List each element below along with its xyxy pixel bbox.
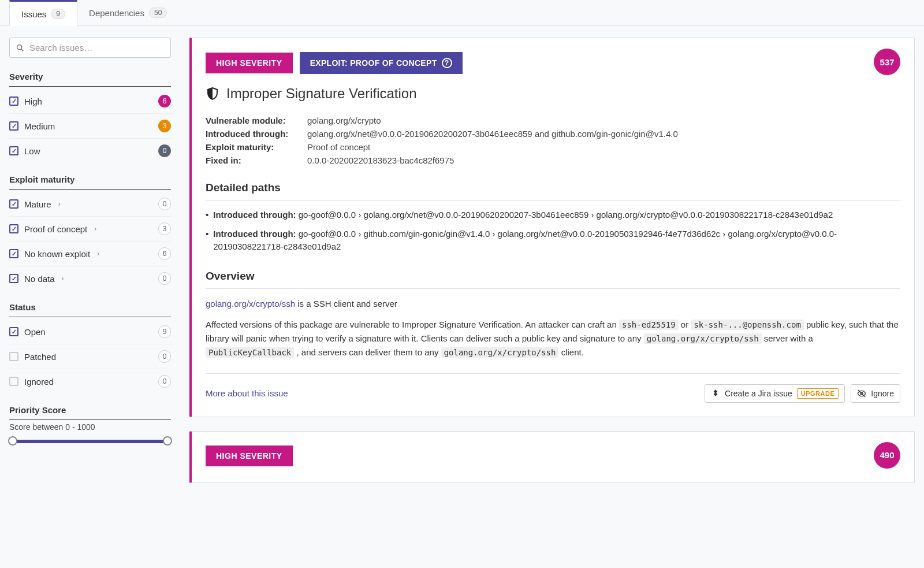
chevron-right-icon: › (94, 225, 96, 233)
eye-off-icon (857, 389, 866, 398)
chevron-right-icon: › (62, 274, 64, 283)
filter-open[interactable]: Open 9 (9, 320, 171, 344)
count-badge: 0 (158, 198, 171, 210)
tabs-bar: Issues 9 Dependencies 50 (0, 0, 924, 26)
severity-pill: HIGH SEVERITY (206, 446, 293, 466)
filter-heading: Status (9, 302, 171, 317)
card-header: HIGH SEVERITY 490 (206, 446, 900, 466)
checkbox[interactable] (9, 146, 18, 155)
filter-label: Proof of concept (24, 224, 87, 234)
checkbox[interactable] (9, 249, 18, 258)
meta-fixed-in: Fixed in: 0.0.0-20200220183623-bac4c82f6… (206, 155, 900, 165)
code-snippet: golang.org/x/crypto/ssh (441, 347, 559, 358)
checkbox[interactable] (9, 327, 18, 336)
main-content: HIGH SEVERITY EXPLOIT: PROOF OF CONCEPT … (189, 38, 915, 497)
filter-no-known-exploit[interactable]: No known exploit › 6 (9, 242, 171, 266)
checkbox[interactable] (9, 199, 18, 209)
filter-label: Patched (24, 352, 56, 362)
checkbox[interactable] (9, 377, 18, 386)
slider-thumb-min[interactable] (8, 436, 17, 446)
code-snippet: ssh-ed25519 (619, 320, 679, 330)
filter-mature[interactable]: Mature › 0 (9, 192, 171, 217)
filter-label: Mature (24, 199, 51, 209)
filter-exploit-maturity: Exploit maturity Mature › 0 Proof of con… (9, 175, 171, 291)
tab-issues[interactable]: Issues 9 (9, 0, 77, 26)
issue-title: Improper Signature Verification (206, 86, 900, 102)
filter-label: High (24, 96, 42, 106)
overview-text: is a SSH client and server (295, 299, 397, 309)
meta-exploit-maturity: Exploit maturity: Proof of concept (206, 142, 900, 152)
meta-value: golang.org/x/net@v0.0.0-20190620200207-3… (307, 129, 678, 139)
filter-severity: Severity High 6 Medium 3 Low (9, 72, 171, 163)
priority-score-badge: 537 (874, 49, 900, 75)
code-snippet: sk-ssh-...@openssh.com (691, 320, 803, 330)
meta-vulnerable-module: Vulnerable module: golang.org/x/crypto (206, 116, 900, 125)
chevron-right-icon: › (58, 200, 61, 208)
tab-dependencies[interactable]: Dependencies 50 (77, 0, 178, 25)
code-snippet: PublicKeyCallback (206, 347, 294, 358)
filter-label: Medium (24, 121, 55, 131)
filter-no-data[interactable]: No data › 0 (9, 266, 171, 291)
count-badge: 0 (158, 272, 171, 285)
slider-hint: Score between 0 - 1000 (9, 422, 171, 432)
checkbox[interactable] (9, 96, 18, 106)
ignore-button[interactable]: Ignore (851, 384, 900, 403)
filter-heading: Severity (9, 72, 171, 87)
issue-card: HIGH SEVERITY 490 (189, 431, 915, 483)
checkbox[interactable] (9, 121, 18, 131)
code-snippet: golang.org/x/crypto/ssh (644, 333, 762, 344)
filter-status: Status Open 9 Patched 0 Ignored (9, 302, 171, 393)
tab-count: 50 (149, 8, 167, 18)
meta-value: 0.0.0-20200220183623-bac4c82f6975 (307, 155, 454, 165)
sidebar: Severity High 6 Medium 3 Low (9, 38, 171, 455)
filter-proof-of-concept[interactable]: Proof of concept › 3 (9, 217, 171, 242)
path-value: go-goof@0.0.0 › golang.org/x/net@v0.0.0-… (299, 210, 833, 220)
filter-low[interactable]: Low 0 (9, 139, 171, 163)
issue-card: HIGH SEVERITY EXPLOIT: PROOF OF CONCEPT … (189, 38, 915, 417)
slider-fill (9, 440, 171, 443)
button-label: Create a Jira issue (725, 389, 792, 398)
more-about-link[interactable]: More about this issue (206, 388, 288, 398)
meta-label: Introduced through: (206, 129, 298, 139)
checkbox[interactable] (9, 274, 18, 283)
filter-high[interactable]: High 6 (9, 89, 171, 114)
severity-pill: HIGH SEVERITY (206, 53, 293, 73)
meta-introduced-through: Introduced through: golang.org/x/net@v0.… (206, 129, 900, 139)
search-box[interactable] (9, 38, 171, 58)
create-jira-button[interactable]: Create a Jira issue UPGRADE (705, 384, 845, 403)
filter-label: Low (24, 146, 40, 156)
checkbox[interactable] (9, 352, 18, 361)
svg-line-1 (21, 49, 23, 51)
issue-title-text: Improper Signature Verification (226, 86, 417, 102)
path-item: Introduced through: go-goof@0.0.0 › gola… (206, 209, 900, 222)
filter-label: Ignored (24, 377, 54, 387)
card-header: HIGH SEVERITY EXPLOIT: PROOF OF CONCEPT … (206, 52, 900, 74)
help-icon[interactable]: ? (442, 58, 452, 68)
tab-label: Issues (21, 9, 46, 19)
button-label: Ignore (871, 389, 894, 398)
meta-label: Exploit maturity: (206, 142, 298, 152)
filter-label: No data (24, 274, 55, 284)
footer-actions: Create a Jira issue UPGRADE Ignore (705, 384, 900, 403)
filter-ignored[interactable]: Ignored 0 (9, 369, 171, 393)
tab-count: 9 (51, 9, 65, 19)
filter-priority-score: Priority Score Score between 0 - 1000 (9, 405, 171, 443)
card-footer: More about this issue Create a Jira issu… (206, 373, 900, 403)
package-link[interactable]: golang.org/x/crypto/ssh (206, 299, 295, 309)
overview-description: Affected versions of this package are vu… (206, 318, 900, 359)
priority-slider[interactable] (9, 440, 171, 443)
search-input[interactable] (29, 43, 165, 53)
slider-thumb-max[interactable] (163, 436, 172, 446)
filter-patched[interactable]: Patched 0 (9, 344, 171, 369)
count-badge: 0 (158, 375, 171, 388)
path-label: Introduced through: (213, 229, 296, 239)
count-badge: 3 (158, 222, 171, 235)
filter-medium[interactable]: Medium 3 (9, 114, 171, 139)
filter-heading: Priority Score (9, 405, 171, 420)
count-badge: 0 (158, 350, 171, 363)
detailed-paths-heading: Detailed paths (206, 181, 900, 201)
chevron-right-icon: › (97, 250, 99, 258)
path-value: go-goof@0.0.0 › github.com/gin-gonic/gin… (213, 229, 837, 252)
checkbox[interactable] (9, 224, 18, 233)
count-badge: 9 (158, 325, 171, 338)
